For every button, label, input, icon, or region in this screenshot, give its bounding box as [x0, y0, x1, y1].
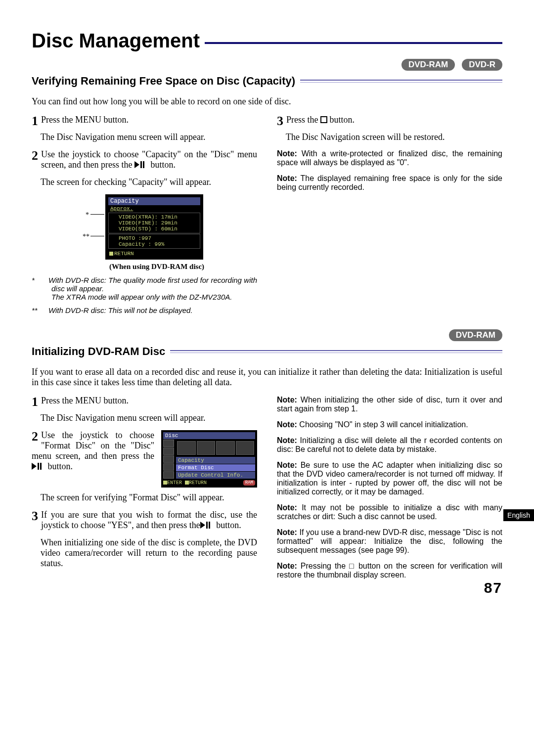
s2-step-number-1: 1: [32, 396, 38, 408]
s2-note6: If you use a brand-new DVD-R disc, messa…: [277, 528, 502, 554]
section2-intro: If you want to erase all data on a recor…: [32, 367, 502, 388]
svg-rect-5: [38, 463, 39, 470]
s2-step2-result: The screen for verifying "Format Disc" w…: [41, 492, 257, 503]
cap-row: VIDEO(XTRA): 17min: [109, 214, 200, 220]
section1-right-col: 3 Press the button. The Disc Navigation …: [277, 115, 502, 314]
disc-thumb: [216, 441, 235, 455]
fn1-text: With DVD-R disc: The quality mode first …: [48, 276, 257, 301]
note-label: Note:: [277, 420, 297, 429]
fn2-mark: **: [32, 306, 48, 314]
disc-side-icon: [163, 440, 174, 447]
disc-side-icon: [163, 447, 174, 455]
section1-intro: You can find out how long you will be ab…: [32, 96, 502, 107]
step3-result: The Disc Navigation screen will be resto…: [286, 132, 502, 142]
s2-step3-text-post: button.: [214, 520, 241, 530]
disc-thumb: [177, 441, 196, 455]
disc-enter: ENTER: [167, 480, 182, 486]
svg-rect-6: [40, 463, 42, 470]
heading-rule: [300, 80, 502, 83]
step-number-1: 1: [32, 115, 38, 128]
section1-left-col: 1 Press the MENU button. The Disc Naviga…: [32, 115, 257, 314]
disc-thumb: [197, 441, 216, 455]
section2-heading: Initializing DVD-RAM Disc: [32, 345, 170, 358]
section2-right-col: Note: When initializing the other side o…: [277, 396, 502, 586]
fn2-text: With DVD-R disc: This will not be displa…: [48, 306, 193, 314]
note-label: Note:: [277, 503, 297, 512]
s2-step2-text-pre: Use the joystick to choose "Format Disc"…: [32, 430, 154, 461]
note-label: Note:: [277, 396, 297, 404]
step3-text-pre: Press the: [286, 115, 320, 125]
cap-row: VIDEO(FINE): 29min: [109, 220, 200, 226]
play-pause-icon: [134, 160, 148, 170]
play-pause-icon: [200, 520, 214, 530]
page-number: 87: [484, 579, 502, 596]
disc-screenshot: Disc: [161, 430, 257, 488]
s2-step2-text-post: button.: [45, 461, 73, 471]
s2-note7: Pressing the □ button on the screen for …: [277, 562, 502, 579]
svg-rect-1: [140, 161, 142, 168]
s2-note5: It may not be possible to initialize a d…: [277, 503, 502, 521]
s2-note2: Choosing "NO" in step 3 will cancel init…: [299, 420, 468, 429]
note2-text: The displayed remaining free space is on…: [277, 174, 502, 191]
step3-text-post: button.: [327, 115, 355, 125]
svg-rect-2: [143, 161, 144, 168]
svg-rect-8: [206, 522, 208, 529]
badge-dvd-r: DVD-R: [462, 59, 502, 71]
cap-row: PHOTO :997: [109, 235, 200, 241]
s2-step3-result: When initializing one side of the disc i…: [41, 537, 257, 569]
disc-menu-item: Capacity: [176, 457, 255, 464]
disc-thumb: [236, 441, 255, 455]
svg-marker-4: [32, 463, 37, 470]
s2-step-number-2: 2: [32, 430, 38, 443]
step-number-2: 2: [32, 149, 38, 162]
note-label: Note:: [277, 461, 297, 469]
fn1-mark: *: [32, 276, 48, 284]
badges-row: DVD-RAM DVD-R: [32, 59, 502, 71]
svg-marker-0: [134, 161, 139, 168]
heading-rule: [170, 350, 502, 353]
s2-note4: Be sure to use the AC adapter when initi…: [277, 461, 502, 496]
svg-rect-9: [209, 522, 210, 529]
note-label: Note:: [277, 174, 297, 182]
s2-note3: Initializing a disc will delete all the …: [277, 436, 502, 453]
note1-text: With a write-protected or finalized disc…: [277, 149, 502, 167]
cap-title: Capacity: [108, 197, 200, 205]
stop-icon: [320, 115, 327, 125]
step1-result: The Disc Navigation menu screen will app…: [41, 132, 257, 142]
note-label: Note:: [277, 436, 297, 445]
badge-dvd-ram-2: DVD-RAM: [449, 329, 502, 341]
cap-row: Capacity : 99%: [109, 241, 200, 247]
s2-step1-result: The Disc Navigation menu screen will app…: [41, 413, 257, 423]
svg-rect-3: [321, 117, 327, 123]
step2-text-post: button.: [148, 160, 176, 170]
s2-note1: When initializing the other side of disc…: [277, 396, 502, 413]
cap-row: VIDEO(STD) : 60min: [109, 226, 200, 232]
disc-menu-item: Update Control Info.: [176, 472, 255, 479]
step1-text: Press the MENU button.: [41, 115, 129, 125]
step2-result: The screen for checking "Capacity" will …: [41, 177, 257, 187]
section2-left-col: 1 Press the MENU button. The Disc Naviga…: [32, 396, 257, 586]
play-pause-icon: [32, 461, 45, 471]
svg-marker-7: [200, 522, 205, 529]
disc-title: Disc: [163, 432, 255, 439]
disc-side-icon: [163, 471, 174, 479]
badge-dvd-ram: DVD-RAM: [401, 59, 455, 71]
note-label: Note:: [277, 149, 297, 158]
disc-side-icon: [163, 455, 174, 463]
cap-return: RETURN: [114, 251, 134, 257]
disc-side-icon: [163, 463, 174, 471]
language-tab: English: [503, 509, 534, 521]
note-label: Note:: [277, 528, 297, 536]
s2-step1-text: Press the MENU button.: [41, 396, 129, 405]
step-number-3: 3: [277, 115, 283, 128]
capacity-screenshot: * ** Capacity Approx. VIDEO(XTRA): 17min…: [32, 194, 257, 260]
asterisk-1: *: [86, 211, 89, 219]
page-title: Disc Management: [32, 30, 205, 52]
s2-step-number-3: 3: [32, 510, 38, 523]
cap-sub: Approx.: [108, 205, 200, 212]
section1-heading: Verifying Remaining Free Space on Disc (…: [32, 75, 300, 88]
disc-menu-item-selected: Format Disc: [176, 464, 255, 471]
disc-ram-chip: RAM: [243, 480, 255, 486]
disc-return: RETURN: [189, 480, 207, 486]
capacity-caption: (When using DVD-RAM disc): [56, 263, 257, 271]
